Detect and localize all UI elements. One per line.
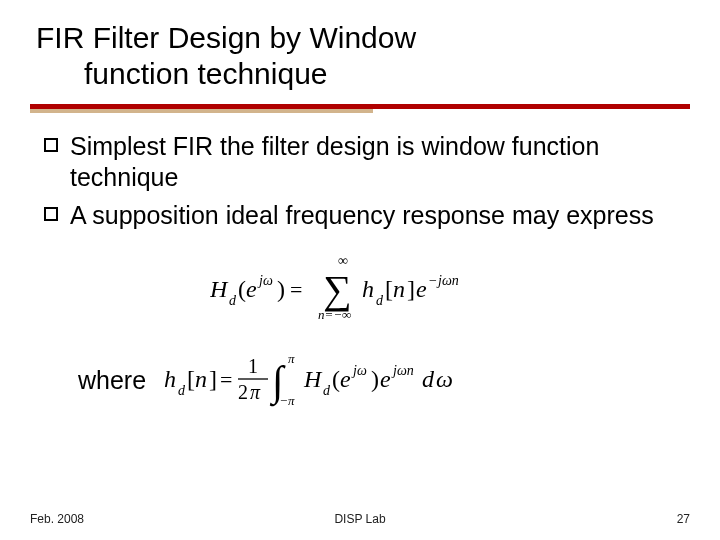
svg-text:−: − — [429, 273, 437, 288]
svg-text:H: H — [303, 366, 323, 392]
svg-text:jωn: jωn — [436, 273, 459, 288]
page-number: 27 — [677, 512, 690, 526]
svg-text:(: ( — [238, 276, 246, 302]
svg-text:ω: ω — [436, 366, 453, 392]
slide: FIR Filter Design by Window function tec… — [0, 0, 720, 540]
slide-title: FIR Filter Design by Window function tec… — [30, 20, 690, 98]
bullet-list: Simplest FIR the filter design is window… — [30, 127, 690, 231]
svg-text:jω: jω — [257, 273, 273, 288]
bullet-text: A supposition ideal frequency response m… — [70, 200, 654, 231]
svg-text:): ) — [371, 366, 379, 392]
svg-text:π: π — [250, 381, 261, 403]
bullet-marker-icon — [44, 207, 58, 221]
footer: Feb. 2008 DISP Lab 27 — [0, 512, 720, 526]
svg-text:π: π — [288, 351, 295, 366]
rule-tan — [30, 109, 373, 113]
svg-text:−: − — [280, 393, 287, 408]
svg-text:2: 2 — [238, 381, 248, 403]
svg-text:(: ( — [332, 366, 340, 392]
svg-text:H: H — [210, 276, 229, 302]
svg-text:n=−∞: n=−∞ — [318, 307, 351, 322]
where-label: where — [78, 366, 146, 395]
svg-text:): ) — [277, 276, 285, 302]
list-item: A supposition ideal frequency response m… — [44, 200, 680, 231]
svg-text:[: [ — [187, 366, 195, 392]
equation-svg: H d ( e jω ) = ∞ ∑ n=−∞ h d [ n ] e − jω… — [210, 253, 510, 323]
svg-text:∑: ∑ — [323, 267, 352, 312]
svg-text:]: ] — [209, 366, 217, 392]
svg-text:∞: ∞ — [338, 253, 348, 268]
svg-text:1: 1 — [248, 355, 258, 377]
svg-text:h: h — [164, 366, 176, 392]
where-row: where h d [ n ] = 1 2 π ∫ π − π H — [30, 349, 690, 413]
svg-text:e: e — [416, 276, 427, 302]
bullet-text: Simplest FIR the filter design is window… — [70, 131, 680, 194]
svg-text:jωn: jωn — [391, 363, 414, 378]
list-item: Simplest FIR the filter design is window… — [44, 131, 680, 194]
svg-text:n: n — [195, 366, 207, 392]
svg-text:=: = — [220, 367, 232, 392]
svg-text:jω: jω — [351, 363, 367, 378]
svg-text:e: e — [246, 276, 257, 302]
svg-text:]: ] — [407, 276, 415, 302]
svg-text:e: e — [340, 366, 351, 392]
equation-svg: h d [ n ] = 1 2 π ∫ π − π H d ( e — [164, 349, 504, 409]
footer-date: Feb. 2008 — [30, 512, 84, 526]
svg-text:=: = — [290, 277, 302, 302]
svg-text:d: d — [323, 383, 331, 398]
svg-text:e: e — [380, 366, 391, 392]
title-rule — [30, 104, 690, 113]
title-line-2: function technique — [36, 56, 690, 92]
svg-text:h: h — [362, 276, 374, 302]
svg-text:d: d — [376, 293, 384, 308]
bullet-marker-icon — [44, 138, 58, 152]
formula-2: h d [ n ] = 1 2 π ∫ π − π H d ( e — [164, 349, 504, 413]
svg-text:d: d — [422, 366, 435, 392]
svg-text:d: d — [229, 293, 237, 308]
svg-text:[: [ — [385, 276, 393, 302]
formula-1: H d ( e jω ) = ∞ ∑ n=−∞ h d [ n ] e − jω… — [30, 253, 690, 327]
title-line-1: FIR Filter Design by Window — [36, 21, 416, 54]
svg-text:π: π — [288, 393, 295, 408]
svg-text:d: d — [178, 383, 186, 398]
footer-lab: DISP Lab — [334, 512, 385, 526]
svg-text:n: n — [393, 276, 405, 302]
